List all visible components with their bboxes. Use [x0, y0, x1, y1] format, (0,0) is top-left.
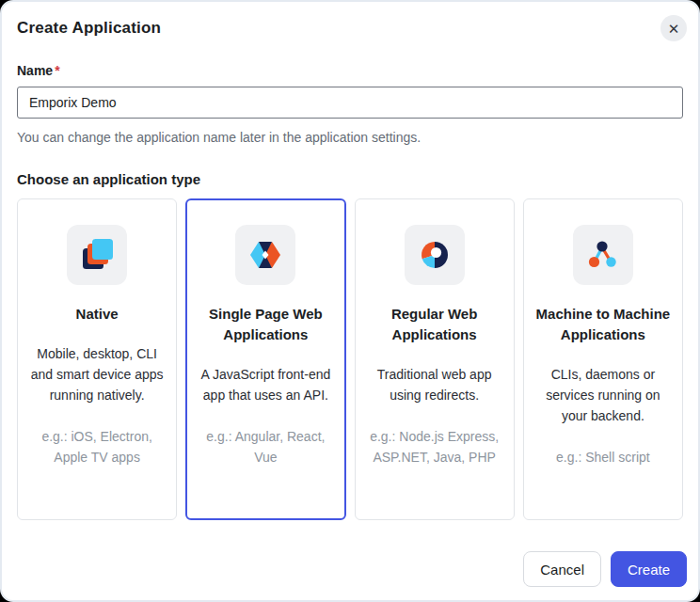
card-description: CLIs, daemons or services running on you… — [533, 364, 673, 426]
close-button[interactable]: ✕ — [660, 15, 687, 41]
m2m-nodes-icon — [573, 225, 633, 285]
spa-diamonds-icon — [235, 225, 295, 285]
card-single-page-web[interactable]: Single Page Web Applications A JavaScrip… — [185, 198, 345, 520]
required-asterisk: * — [55, 63, 59, 78]
card-description: Mobile, desktop, CLI and smart device ap… — [27, 343, 167, 405]
name-label-text: Name — [17, 63, 53, 78]
close-icon: ✕ — [668, 22, 680, 36]
application-name-input[interactable] — [17, 87, 683, 119]
dialog-header: Create Application ✕ — [2, 2, 698, 41]
dialog-title: Create Application — [17, 19, 161, 38]
application-type-label: Choose an application type — [17, 171, 683, 187]
name-field-label: Name* — [17, 63, 683, 78]
create-button[interactable]: Create — [611, 551, 687, 587]
create-application-dialog: Create Application ✕ Name* You can chang… — [0, 0, 700, 602]
card-example: e.g.: Shell script — [556, 447, 650, 467]
card-example: e.g.: Angular, React, Vue — [196, 426, 335, 467]
form-area: Name* You can change the application nam… — [2, 41, 698, 520]
card-machine-to-machine[interactable]: Machine to Machine Applications CLIs, da… — [523, 198, 683, 520]
card-regular-web[interactable]: Regular Web Applications Traditional web… — [355, 198, 515, 520]
dialog-footer: Cancel Create — [2, 551, 698, 600]
card-native[interactable]: Native Mobile, desktop, CLI and smart de… — [17, 198, 177, 520]
card-description: Traditional web app using redirects. — [365, 364, 504, 405]
card-title: Native — [76, 304, 119, 325]
native-stacked-squares-icon — [67, 225, 127, 285]
card-description: A JavaScript front-end app that uses an … — [196, 364, 335, 405]
card-title: Machine to Machine Applications — [533, 304, 673, 345]
card-title: Regular Web Applications — [365, 304, 504, 345]
cancel-button[interactable]: Cancel — [523, 551, 601, 587]
card-example: e.g.: Node.js Express, ASP.NET, Java, PH… — [365, 426, 504, 467]
regular-web-donut-icon — [405, 225, 465, 285]
application-type-cards: Native Mobile, desktop, CLI and smart de… — [17, 198, 683, 520]
card-title: Single Page Web Applications — [196, 304, 335, 345]
name-help-text: You can change the application name late… — [17, 130, 683, 145]
card-example: e.g.: iOS, Electron, Apple TV apps — [27, 426, 167, 467]
